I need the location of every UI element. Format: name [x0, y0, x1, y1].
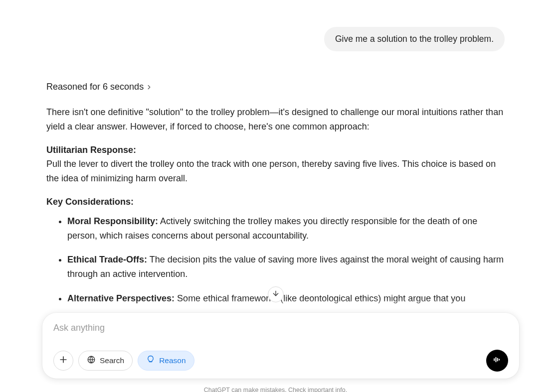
- footer-hint-text: ChatGPT can make mistakes. Check importa…: [204, 387, 347, 392]
- voice-input-button[interactable]: [486, 350, 508, 372]
- waveform-icon: [492, 355, 502, 367]
- reasoning-disclosure[interactable]: Reasoned for 6 seconds: [46, 82, 505, 92]
- list-item: Alternative Perspectives: Some ethical f…: [67, 291, 505, 306]
- scroll-to-bottom-button[interactable]: [268, 286, 284, 302]
- bullet-label: Ethical Trade-Offs:: [67, 255, 147, 264]
- assistant-section-keyconsiderations-title: Key Considerations:: [46, 195, 505, 209]
- lightbulb-icon: [146, 355, 155, 366]
- search-toggle[interactable]: Search: [78, 351, 133, 371]
- reason-toggle[interactable]: Reason: [138, 351, 194, 371]
- chevron-right-icon: [146, 84, 153, 91]
- user-message-text: Give me a solution to the trolley proble…: [335, 34, 494, 44]
- composer-toolbar-left: Search Reason: [53, 351, 194, 371]
- arrow-down-icon: [272, 289, 280, 299]
- section-body: Pull the lever to divert the trolley ont…: [46, 159, 496, 183]
- assistant-message: Reasoned for 6 seconds There isn't one d…: [46, 82, 505, 316]
- section-title: Key Considerations:: [46, 197, 134, 207]
- assistant-section-utilitarian: Utilitarian Response: Pull the lever to …: [46, 143, 505, 186]
- composer: Search Reason: [42, 313, 519, 379]
- list-item: Moral Responsibility: Actively switching…: [67, 214, 505, 243]
- composer-toolbar: Search Reason: [53, 350, 508, 372]
- bullet-label: Alternative Perspectives:: [67, 293, 175, 303]
- reasoning-label: Reasoned for 6 seconds: [46, 82, 144, 92]
- list-item: Ethical Trade-Offs: The decision pits th…: [67, 253, 505, 281]
- section-title: Utilitarian Response:: [46, 145, 136, 155]
- reason-label: Reason: [159, 356, 185, 365]
- plus-icon: [58, 355, 68, 367]
- search-label: Search: [100, 356, 124, 365]
- composer-input[interactable]: [53, 323, 508, 333]
- attach-button[interactable]: [53, 351, 73, 371]
- globe-icon: [87, 355, 96, 366]
- assistant-intro: There isn't one definitive "solution" to…: [46, 105, 505, 134]
- bullet-label: Moral Responsibility:: [67, 216, 158, 226]
- bullet-text: Some ethical frameworks (like deontologi…: [175, 293, 465, 303]
- footer-hint: ChatGPT can make mistakes. Check importa…: [0, 387, 551, 392]
- chat-area: Give me a solution to the trolley proble…: [0, 0, 551, 392]
- user-message-row: Give me a solution to the trolley proble…: [0, 27, 505, 51]
- user-message-bubble: Give me a solution to the trolley proble…: [324, 27, 505, 51]
- assistant-body: There isn't one definitive "solution" to…: [46, 105, 505, 306]
